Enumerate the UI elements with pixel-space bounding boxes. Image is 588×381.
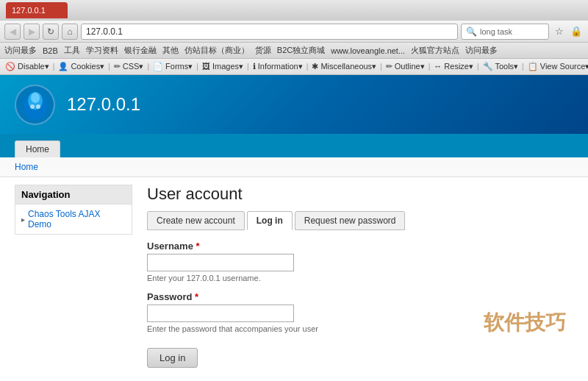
main-layout: Navigation ▸ Chaos Tools AJAX Demo User … — [0, 177, 588, 381]
tab-request-password-label: Request new password — [304, 216, 396, 226]
drupal-logo — [15, 85, 55, 125]
username-required: * — [196, 241, 200, 252]
toolbar-cookies[interactable]: 👤 Cookies▾ — [56, 62, 107, 71]
tabs-container: Create new account Log in Request new pa… — [147, 211, 573, 230]
sidebar: Navigation ▸ Chaos Tools AJAX Demo — [15, 185, 132, 374]
tab-create-account-label: Create new account — [157, 216, 235, 226]
forward-icon: ▶ — [29, 26, 35, 37]
nav-icons: ☆ 🔒 — [552, 24, 584, 39]
chevron-right-icon: ▸ — [21, 216, 25, 224]
address-text: 127.0.0.1 — [86, 26, 453, 37]
bookmarks-bar: 访问最多 B2B 工具 学习资料 银行金融 其他 仿站目标（商业） 货源 B2C… — [0, 43, 588, 59]
tab-title: 127.0.0.1 — [12, 6, 46, 15]
back-icon: ◀ — [10, 26, 16, 37]
toolbar-disable[interactable]: 🚫 Disable▾ — [3, 62, 51, 71]
password-group: Password * Enter the password that accom… — [147, 291, 573, 333]
password-label-text: Password — [147, 291, 192, 302]
login-button-label: Log in — [159, 352, 185, 363]
forward-button[interactable]: ▶ — [24, 24, 40, 40]
breadcrumb-home[interactable]: Home — [15, 162, 38, 172]
site-title: 127.0.0.1 — [67, 94, 140, 115]
sidebar-link-chaos-tools-label: Chaos Tools AJAX Demo — [28, 209, 126, 229]
toolbar-css[interactable]: ✏ CSS▾ — [112, 62, 146, 71]
sidebar-link-chaos-tools[interactable]: ▸ Chaos Tools AJAX Demo — [21, 209, 126, 229]
tab-request-password[interactable]: Request new password — [295, 211, 406, 230]
login-button[interactable]: Log in — [147, 348, 198, 368]
toolbar-information[interactable]: ℹ Information▾ — [251, 62, 305, 71]
search-text: long task — [480, 27, 512, 36]
username-label-text: Username — [147, 241, 193, 252]
password-label: Password * — [147, 291, 573, 302]
bookmark-2[interactable]: 工具 — [64, 45, 80, 56]
sidebar-navigation-block: Navigation ▸ Chaos Tools AJAX Demo — [15, 185, 132, 235]
nav-tab-home-label: Home — [26, 144, 49, 154]
title-bar: 127.0.0.1 — [0, 0, 588, 21]
bookmark-7[interactable]: 货源 — [255, 45, 271, 56]
username-label: Username * — [147, 241, 573, 252]
tab-login-label: Log in — [257, 216, 283, 226]
toolbar-outline[interactable]: ✏ Outline▾ — [384, 62, 427, 71]
username-group: Username * Enter your 127.0.0.1 username… — [147, 241, 573, 282]
refresh-icon: ↻ — [47, 26, 54, 37]
main-content: User account Create new account Log in R… — [147, 185, 573, 374]
bookmark-9[interactable]: www.loveangle.net... — [331, 46, 405, 55]
lock-icon: 🔒 — [569, 24, 584, 39]
bookmark-11[interactable]: 访问最多 — [465, 45, 498, 56]
toolbar-tools[interactable]: 🔧 Tools▾ — [481, 62, 521, 71]
toolbar-forms[interactable]: 📄 Forms▾ — [151, 62, 195, 71]
bookmark-3[interactable]: 学习资料 — [86, 45, 118, 56]
nav-tab-home[interactable]: Home — [15, 140, 60, 157]
toolbar-miscellaneous[interactable]: ✱ Miscellaneous▾ — [309, 62, 379, 71]
toolbar-viewsource[interactable]: 📋 View Source▾ — [526, 62, 588, 71]
breadcrumb: Home — [0, 157, 588, 177]
svg-point-3 — [30, 104, 35, 109]
password-input[interactable] — [147, 305, 294, 322]
toolbar-images[interactable]: 🖼 Images▾ — [200, 62, 245, 71]
sidebar-block-title: Navigation — [15, 185, 132, 204]
tab-login[interactable]: Log in — [247, 211, 293, 230]
bookmark-4[interactable]: 银行金融 — [124, 45, 157, 56]
toolbar-resize[interactable]: ↔ Resize▾ — [431, 62, 476, 71]
svg-point-4 — [36, 104, 40, 109]
username-input[interactable] — [147, 254, 294, 271]
page-content: 127.0.0.1 Home Home Navigation ▸ Chaos T… — [0, 75, 588, 381]
search-bar[interactable]: 🔍 long task — [461, 24, 549, 40]
username-hint: Enter your 127.0.0.1 username. — [147, 274, 573, 282]
tab-create-account[interactable]: Create new account — [147, 211, 245, 230]
bookmark-8[interactable]: B2C独立商城 — [277, 45, 325, 56]
toolbar-bar: 🚫 Disable▾ | 👤 Cookies▾ | ✏ CSS▾ | 📄 For… — [0, 59, 588, 75]
search-icon: 🔍 — [466, 26, 477, 37]
refresh-button[interactable]: ↻ — [43, 24, 59, 40]
nav-bar: ◀ ▶ ↻ ⌂ 127.0.0.1 🔍 long task ☆ 🔒 — [0, 21, 588, 43]
primary-nav: Home — [0, 134, 588, 157]
bookmark-1[interactable]: B2B — [43, 46, 58, 55]
bookmark-10[interactable]: 火狐官方站点 — [411, 45, 459, 56]
home-button[interactable]: ⌂ — [62, 24, 78, 40]
site-header: 127.0.0.1 — [0, 75, 588, 134]
sidebar-block-content: ▸ Chaos Tools AJAX Demo — [15, 204, 132, 234]
bookmark-6[interactable]: 仿站目标（商业） — [184, 45, 249, 56]
star-button[interactable]: ☆ — [552, 24, 567, 39]
browser-tab[interactable]: 127.0.0.1 — [6, 2, 68, 18]
bookmark-0[interactable]: 访问最多 — [4, 45, 37, 56]
back-button[interactable]: ◀ — [4, 24, 21, 40]
password-hint: Enter the password that accompanies your… — [147, 324, 573, 333]
password-required: * — [195, 291, 198, 302]
svg-point-2 — [31, 93, 40, 103]
bookmark-5[interactable]: 其他 — [162, 45, 179, 56]
page-title: User account — [147, 185, 573, 204]
home-icon: ⌂ — [67, 26, 72, 37]
address-bar[interactable]: 127.0.0.1 — [81, 24, 458, 40]
